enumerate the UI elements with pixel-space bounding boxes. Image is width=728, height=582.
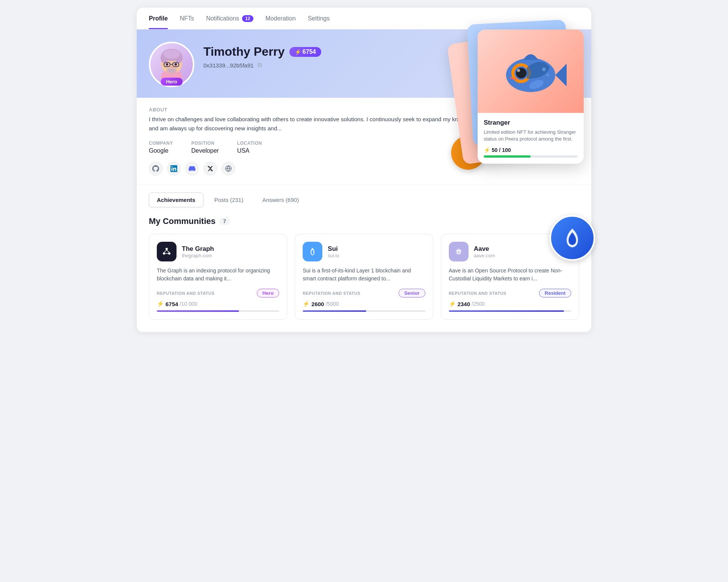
community-card-sui: Sui sui.io Sui is a first-of-its-kind La… — [295, 234, 433, 320]
nav-tabs: Profile NFTs Notifications 12 Moderation… — [137, 8, 591, 30]
section-title: My Communities 7 — [149, 216, 579, 226]
communities-title: My Communities — [149, 216, 216, 226]
the-graph-rep-label: REPUTATION AND STATUS — [157, 291, 214, 296]
nft-card-main: Stranger Limited edition NFT for achievi… — [478, 30, 584, 164]
nft-card-description: Limited edition NFT for achieving Strang… — [484, 129, 578, 142]
community-header-sui: Sui sui.io — [303, 242, 425, 261]
star-icon-3: ⚡ — [449, 300, 456, 307]
the-graph-progress-fill — [157, 310, 239, 312]
svg-point-11 — [170, 66, 173, 68]
aave-progress-fill — [449, 310, 564, 312]
community-card-the-graph: The Graph thegraph.com The Graph is an i… — [149, 234, 287, 320]
profile-name: Timothy Perry — [203, 45, 285, 59]
the-graph-rep-row: REPUTATION AND STATUS Hero — [157, 289, 279, 297]
sui-progress-fill — [303, 310, 366, 312]
wallet-address: 0x31339...92b5fa91 — [203, 62, 254, 69]
content-tabs: Achievements Posts (231) Answers (690) — [137, 185, 591, 207]
tab-moderation[interactable]: Moderation — [266, 8, 296, 29]
aave-desc: Aave is an Open Source Protocol to creat… — [449, 267, 571, 283]
the-graph-status: Hero — [257, 289, 280, 297]
community-header-aave: Aave aave.com — [449, 242, 571, 261]
profile-text: Timothy Perry ⚡ 6754 0x31339...92b5fa91 … — [203, 42, 321, 69]
nft-progress-bar — [484, 155, 578, 158]
nft-progress-current: 50 — [492, 147, 498, 153]
nft-card-info: Stranger Limited edition NFT for achievi… — [478, 113, 584, 164]
aave-status: Resident — [539, 289, 571, 297]
tab-notifications[interactable]: Notifications 12 — [206, 8, 253, 29]
linkedin-icon[interactable] — [167, 162, 181, 175]
star-icon-2: ⚡ — [303, 300, 310, 307]
svg-point-9 — [166, 63, 168, 66]
the-graph-info: The Graph thegraph.com — [182, 245, 214, 258]
aave-url: aave.com — [474, 253, 495, 258]
tab-settings[interactable]: Settings — [308, 8, 330, 29]
star-icon: ⚡ — [157, 300, 164, 307]
nft-card-image — [478, 30, 584, 113]
communities-section: My Communities 7 — [137, 207, 591, 332]
sui-score: ⚡ 2600 /5000 — [303, 300, 425, 307]
company-info: Company Google — [149, 141, 173, 154]
tab-posts[interactable]: Posts (231) — [206, 192, 252, 207]
nft-progress-fill — [484, 155, 531, 158]
sui-status: Senior — [398, 289, 425, 297]
copy-icon[interactable]: ⧉ — [258, 62, 262, 69]
svg-point-5 — [163, 50, 180, 59]
social-icons — [149, 162, 579, 175]
aave-logo-svg — [453, 246, 464, 257]
tab-answers[interactable]: Answers (690) — [254, 192, 307, 207]
sui-info: Sui sui.io — [328, 245, 339, 258]
profile-header: Hero Timothy Perry ⚡ 6754 0x31339...92b5… — [137, 30, 591, 98]
location-info: Location USA — [237, 141, 262, 154]
sui-rep-label: REPUTATION AND STATUS — [303, 291, 360, 296]
nft-progress-row: ⚡ 50/100 — [484, 147, 578, 153]
github-icon[interactable] — [149, 162, 162, 175]
sui-logo-svg — [307, 246, 318, 257]
page-container: Profile NFTs Notifications 12 Moderation… — [137, 8, 591, 332]
twitter-icon[interactable] — [203, 162, 217, 175]
aave-logo — [449, 242, 469, 261]
sui-logo — [303, 242, 322, 261]
tab-achievements[interactable]: Achievements — [149, 192, 203, 207]
community-card-aave: Aave aave.com Aave is an Open Source Pro… — [441, 234, 579, 320]
notification-badge: 12 — [242, 15, 253, 22]
aave-rep-label: REPUTATION AND STATUS — [449, 291, 506, 296]
avatar-wrapper: Hero — [149, 42, 194, 87]
company-label: Company — [149, 141, 173, 146]
the-graph-desc: The Graph is an indexing protocol for or… — [157, 267, 279, 283]
communities-grid: The Graph thegraph.com The Graph is an i… — [149, 234, 579, 320]
sui-url: sui.io — [328, 253, 339, 258]
the-graph-name: The Graph — [182, 245, 214, 253]
aave-info: Aave aave.com — [474, 245, 495, 258]
company-value: Google — [149, 147, 169, 154]
the-graph-url: thegraph.com — [182, 253, 214, 258]
svg-point-24 — [166, 248, 168, 250]
profile-name-row: Timothy Perry ⚡ 6754 — [203, 45, 321, 59]
community-header-the-graph: The Graph thegraph.com — [157, 242, 279, 261]
sui-rep-row: REPUTATION AND STATUS Senior — [303, 289, 425, 297]
the-graph-progress-bar — [157, 310, 279, 312]
the-graph-logo — [157, 242, 177, 261]
svg-marker-14 — [555, 64, 567, 86]
location-value: USA — [237, 147, 250, 154]
communities-count: 7 — [219, 217, 230, 225]
sui-name: Sui — [328, 245, 339, 253]
sui-desc: Sui is a first-of-its-kind Layer 1 block… — [303, 267, 425, 283]
nft-card-title: Stranger — [484, 119, 578, 127]
globe-icon[interactable] — [222, 162, 235, 175]
tab-profile[interactable]: Profile — [149, 8, 168, 29]
position-value: Developer — [191, 147, 219, 154]
aave-progress-bar — [449, 310, 571, 312]
wallet-row: 0x31339...92b5fa91 ⧉ — [203, 62, 321, 69]
aave-name: Aave — [474, 245, 495, 253]
the-graph-score: ⚡ 6754 /10 000 — [157, 300, 279, 307]
graph-logo-svg — [161, 246, 172, 257]
discord-icon[interactable] — [185, 162, 199, 175]
hero-badge: Hero — [161, 78, 183, 86]
nft-star-icon: ⚡ — [484, 147, 490, 153]
rep-star-icon: ⚡ — [295, 49, 301, 55]
tab-nfts[interactable]: NFTs — [180, 8, 194, 29]
location-label: Location — [237, 141, 262, 146]
nft-progress-total: 100 — [502, 147, 511, 153]
nft-progress-label: ⚡ 50/100 — [484, 147, 511, 153]
reputation-badge: ⚡ 6754 — [289, 47, 322, 57]
